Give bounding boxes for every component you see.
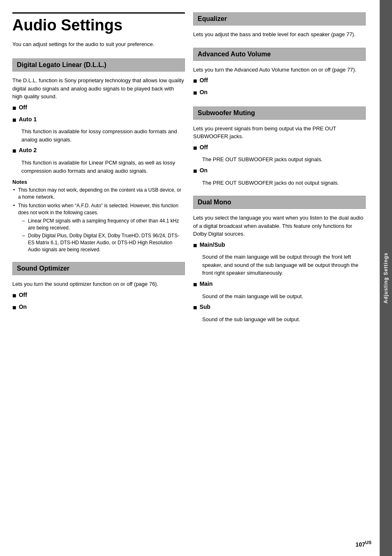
aav-header: Advanced Auto Volume [193,48,366,61]
dm-option-main: ■ Main [193,280,366,289]
page-container: Audio Settings You can adjust settings f… [0,0,392,556]
sound-optimizer-section: Sound Optimizer Lets you turn the sound … [12,262,185,312]
sw-option-on: ■ On [193,167,366,176]
dll-body: The D.L.L. function is Sony proprietary … [12,76,185,101]
sw-option-off: ■ Off [193,144,366,153]
dm-label-mainsub: Main/Sub [200,241,225,248]
sub-note-1: Linear PCM signals with a sampling frequ… [22,218,185,232]
dm-desc-sub: Sound of the sub language will be output… [202,315,366,324]
subwoofer-header: Subwoofer Muting [193,107,366,120]
note-item-1: This function may not work, depending on… [12,187,185,201]
right-column: Equalizer Lets you adjust the bass and t… [193,12,366,544]
square-icon-so-off: ■ [12,292,16,300]
aav-label-off: Off [200,77,208,83]
dm-option-mainsub: ■ Main/Sub [193,241,366,250]
sw-label-off: Off [200,144,208,151]
so-label-on: On [19,303,27,310]
aav-option-on: ■ On [193,89,366,97]
left-column: Audio Settings You can adjust settings f… [12,12,185,544]
square-icon-aav-off: ■ [193,77,197,86]
square-icon-auto1: ■ [12,116,16,125]
square-icon-so-on: ■ [12,303,16,312]
page-title: Audio Settings [12,12,185,34]
page-number: 107US [355,540,371,548]
sound-optimizer-header: Sound Optimizer [12,262,185,275]
square-icon-dm-sub: ■ [193,303,197,312]
dll-header: Digital Legato Linear (D.L.L.) [12,58,185,72]
dll-label-off: Off [19,104,27,111]
sidebar-label: Adjusting Settings [383,253,389,303]
square-icon-sw-off: ■ [193,144,197,153]
equalizer-body: Lets you adjust the bass and treble leve… [193,30,366,39]
dm-label-sub: Sub [200,303,210,310]
dll-label-auto1: Auto 1 [19,116,37,123]
sub-notes-list: Linear PCM signals with a sampling frequ… [18,218,185,253]
square-icon-aav-on: ■ [193,89,197,97]
square-icon-dm-main: ■ [193,280,197,289]
dm-option-sub: ■ Sub [193,303,366,312]
dual-mono-section: Dual Mono Lets you select the language y… [193,196,366,323]
dll-desc-auto1: This function is available for lossy com… [21,127,185,144]
dll-section: Digital Legato Linear (D.L.L.) The D.L.L… [12,58,185,253]
square-icon-sw-on: ■ [193,167,197,176]
aav-section: Advanced Auto Volume Lets you turn the A… [193,48,366,97]
sw-label-on: On [200,167,208,174]
dll-option-off: ■ Off [12,104,185,113]
dll-option-auto2: ■ Auto 2 [12,147,185,155]
so-label-off: Off [19,292,27,298]
aav-body: Lets you turn the Advanced Auto Volume f… [193,66,366,74]
sub-note-2: Dolby Digital Plus, Dolby Digital EX, Do… [22,232,185,253]
equalizer-section: Equalizer Lets you adjust the bass and t… [193,12,366,39]
subwoofer-section: Subwoofer Muting Lets you prevent signal… [193,107,366,187]
dll-desc-auto2: This function is available for Linear PC… [21,159,185,175]
dll-notes: Notes This function may not work, depend… [12,179,185,253]
main-content: Audio Settings You can adjust settings f… [0,0,380,556]
intro-text: You can adjust settings for the audio to… [12,40,185,49]
dll-option-auto1: ■ Auto 1 [12,116,185,125]
sw-desc-on: The PRE OUT SUBWOOFER jacks do not outpu… [202,179,366,187]
notes-title: Notes [12,179,185,185]
equalizer-header: Equalizer [193,12,366,25]
square-icon-auto2: ■ [12,147,16,155]
so-option-off: ■ Off [12,292,185,300]
dm-desc-main: Sound of the main language will be outpu… [202,292,366,301]
so-option-on: ■ On [12,303,185,312]
dm-desc-mainsub: Sound of the main language will be outpu… [202,253,366,277]
square-icon-off: ■ [12,104,16,113]
subwoofer-body: Lets you prevent signals from being outp… [193,125,366,141]
aav-option-off: ■ Off [193,77,366,86]
square-icon-dm-mainsub: ■ [193,241,197,250]
dm-label-main: Main [200,280,213,287]
sw-desc-off: The PRE OUT SUBWOOFER jacks output signa… [202,155,366,164]
notes-list: This function may not work, depending on… [12,187,185,253]
dual-mono-header: Dual Mono [193,196,366,209]
dll-label-auto2: Auto 2 [19,147,37,153]
dual-mono-body: Lets you select the language you want wh… [193,214,366,238]
note-item-2: This function works when “A.F.D. Auto” i… [12,202,185,253]
aav-label-on: On [200,89,208,95]
sidebar: Adjusting Settings [380,0,392,556]
sound-optimizer-body: Lets you turn the sound optimizer functi… [12,280,185,288]
